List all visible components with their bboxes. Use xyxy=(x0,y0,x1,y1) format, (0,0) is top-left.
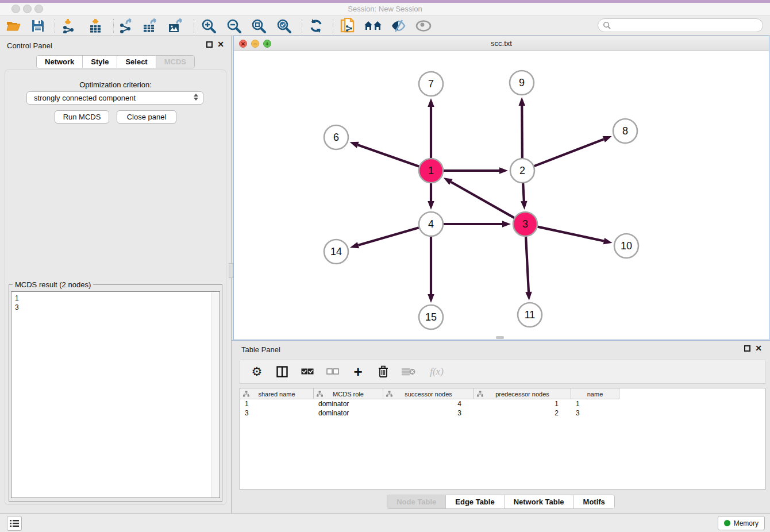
column-header-predecessor-nodes[interactable]: predecessor nodes xyxy=(474,388,571,399)
node-label-15: 15 xyxy=(425,311,437,323)
edge-3-1[interactable] xyxy=(451,182,514,218)
zoom-in-icon xyxy=(201,18,217,34)
search-field xyxy=(598,18,763,32)
zoom-selected-button[interactable] xyxy=(275,18,293,34)
column-header-shared-name[interactable]: shared name xyxy=(240,388,314,399)
zoom-in-button[interactable] xyxy=(199,18,218,34)
control-panel-title: Control Panel xyxy=(7,41,52,50)
network-view-window: ✕ – + scc.txt 1234678910111415 xyxy=(233,36,769,340)
tab-edge-table[interactable]: Edge Table xyxy=(445,495,503,508)
export-network-icon xyxy=(118,18,134,33)
table-toolbar: ⚙ + f(x) xyxy=(240,360,765,384)
add-row-button[interactable]: + xyxy=(351,366,365,377)
node-label-11: 11 xyxy=(525,309,536,321)
edge-2-3[interactable] xyxy=(523,183,524,201)
network-window-titlebar[interactable]: ✕ – + scc.txt xyxy=(234,36,769,51)
export-table-button[interactable] xyxy=(141,18,160,34)
delete-rows-button[interactable] xyxy=(376,365,391,378)
edge-4-14[interactable] xyxy=(358,228,418,245)
open-folder-icon xyxy=(6,19,21,33)
float-panel-icon[interactable] xyxy=(206,41,213,48)
optimization-criterion-select[interactable]: strongly connected component xyxy=(26,91,203,105)
column-header-MCDS-role[interactable]: MCDS role xyxy=(314,388,383,399)
memory-label: Memory xyxy=(734,519,759,527)
import-network-icon xyxy=(61,18,76,33)
show-all-button[interactable] xyxy=(414,18,433,34)
tab-network-table[interactable]: Network Table xyxy=(504,495,573,508)
cell-successor-nodes[interactable]: 4 xyxy=(383,399,474,408)
node-label-8: 8 xyxy=(622,125,628,137)
edge-3-10[interactable] xyxy=(538,227,604,241)
duplicate-network-button[interactable] xyxy=(338,18,357,34)
panel-splitter-handle[interactable] xyxy=(229,263,233,278)
network-hscroll-thumb[interactable] xyxy=(496,336,504,339)
tab-select[interactable]: Select xyxy=(117,56,155,68)
home-button[interactable] xyxy=(364,18,382,34)
import-table-button[interactable] xyxy=(86,18,105,34)
close-panel-icon[interactable]: ✕ xyxy=(217,41,224,48)
tab-style[interactable]: Style xyxy=(82,56,117,68)
cell-MCDS-role[interactable]: dominator xyxy=(314,399,383,408)
table-options-button[interactable]: ⚙ xyxy=(249,366,264,377)
task-history-button[interactable] xyxy=(7,516,22,531)
node-label-7: 7 xyxy=(428,78,434,90)
toolbar-separator xyxy=(113,19,114,33)
select-all-columns-button[interactable] xyxy=(300,368,315,375)
cell-predecessor-nodes[interactable]: 1 xyxy=(474,399,571,408)
edge-3-11[interactable] xyxy=(526,237,529,292)
titlebar: Session: New Session xyxy=(0,3,770,16)
refresh-view-button[interactable] xyxy=(307,18,325,34)
edge-arrowhead xyxy=(525,292,532,300)
import-network-button[interactable] xyxy=(59,18,78,34)
show-column-panel-button[interactable] xyxy=(275,366,290,377)
table-row[interactable]: 1dominator411 xyxy=(240,399,619,408)
column-header-name[interactable]: name xyxy=(571,388,619,399)
cell-MCDS-role[interactable]: dominator xyxy=(314,408,383,418)
cell-name[interactable]: 1 xyxy=(571,399,619,408)
float-table-panel-icon[interactable] xyxy=(744,345,750,352)
edge-2-8[interactable] xyxy=(534,139,604,166)
deselect-all-columns-button[interactable] xyxy=(325,368,340,375)
edge-arrowhead xyxy=(499,167,508,174)
control-panel-tabs: NetworkStyleSelectMCDS xyxy=(36,55,195,68)
mcds-result-text[interactable]: 13 xyxy=(11,291,220,498)
export-image-button[interactable] xyxy=(167,18,185,34)
cell-successor-nodes[interactable]: 3 xyxy=(383,408,474,418)
open-session-button[interactable] xyxy=(4,18,22,34)
table-row[interactable]: 3dominator323 xyxy=(240,408,619,418)
edge-arrowhead xyxy=(603,238,613,244)
export-image-icon xyxy=(167,18,184,33)
hide-selected-button[interactable] xyxy=(389,18,407,34)
export-network-button[interactable] xyxy=(117,18,136,34)
tab-motifs[interactable]: Motifs xyxy=(573,495,614,508)
edge-arrowhead xyxy=(428,294,434,303)
save-session-button[interactable] xyxy=(29,18,47,34)
network-canvas[interactable]: 1234678910111415 xyxy=(234,51,769,340)
edge-2-9[interactable] xyxy=(522,106,522,158)
result-scrollbar[interactable] xyxy=(211,292,219,498)
eye-icon xyxy=(415,20,432,32)
cell-shared-name[interactable]: 3 xyxy=(240,408,314,418)
zoom-out-button[interactable] xyxy=(225,18,243,34)
column-sort-icon xyxy=(477,391,483,397)
cell-predecessor-nodes[interactable]: 2 xyxy=(474,408,571,418)
delete-table-button[interactable] xyxy=(401,368,416,376)
column-header-successor-nodes[interactable]: successor nodes xyxy=(383,388,474,399)
search-input[interactable] xyxy=(611,20,763,30)
edge-1-6[interactable] xyxy=(358,145,419,166)
cell-shared-name[interactable]: 1 xyxy=(240,399,314,408)
tab-node-table[interactable]: Node Table xyxy=(387,495,445,508)
cell-name[interactable]: 3 xyxy=(571,408,619,418)
tab-mcds[interactable]: MCDS xyxy=(156,56,194,68)
apply-function-button[interactable]: f(x) xyxy=(426,366,447,377)
tab-network[interactable]: Network xyxy=(37,56,82,68)
close-table-panel-icon[interactable]: ✕ xyxy=(755,345,762,352)
table-header-row: shared nameMCDS rolesuccessor nodesprede… xyxy=(240,388,619,399)
run-mcds-button[interactable]: Run MCDS xyxy=(55,110,109,124)
close-panel-button[interactable]: Close panel xyxy=(117,110,176,124)
optimization-criterion-label: Optimization criterion: xyxy=(5,80,226,89)
toolbar-separator xyxy=(302,19,302,33)
table-panel-title: Table Panel xyxy=(241,345,280,354)
memory-button[interactable]: Memory xyxy=(718,516,765,530)
zoom-fit-button[interactable] xyxy=(249,18,268,34)
